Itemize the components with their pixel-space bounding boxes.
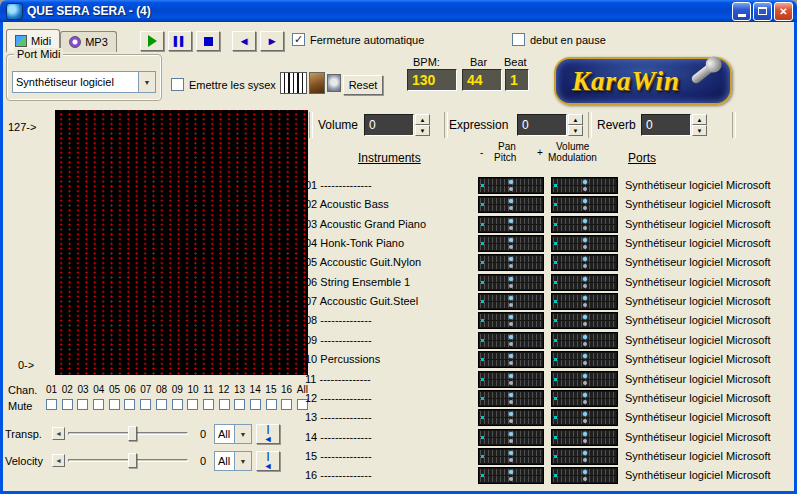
mute-checkbox-09[interactable]: [172, 399, 183, 410]
pan-thumb[interactable]: [509, 219, 513, 223]
pan-pitch-slider[interactable]: [478, 409, 544, 426]
modulation-thumb[interactable]: [583, 477, 587, 481]
mute-checkbox-06[interactable]: [124, 399, 135, 410]
pause-button[interactable]: ▌▌: [168, 31, 192, 51]
volume-modulation-slider[interactable]: [551, 351, 618, 368]
pan-thumb[interactable]: [509, 393, 513, 397]
pitch-thumb[interactable]: [509, 264, 513, 268]
pitch-thumb[interactable]: [509, 419, 513, 423]
volume-thumb[interactable]: [583, 296, 587, 300]
volume-modulation-slider[interactable]: [551, 177, 618, 194]
mute-checkbox-16[interactable]: [281, 399, 292, 410]
pitch-thumb[interactable]: [509, 361, 513, 365]
pitch-thumb[interactable]: [509, 206, 513, 210]
mute-checkbox-01[interactable]: [46, 399, 57, 410]
volume-thumb[interactable]: [583, 470, 587, 474]
minimize-button[interactable]: [732, 2, 751, 21]
reset-button[interactable]: Reset: [343, 75, 383, 95]
volume-modulation-slider[interactable]: [551, 196, 618, 213]
volume-modulation-slider[interactable]: [551, 312, 618, 329]
volume-thumb[interactable]: [583, 393, 587, 397]
modulation-thumb[interactable]: [583, 187, 587, 191]
modulation-thumb[interactable]: [583, 419, 587, 423]
pan-pitch-slider[interactable]: [478, 177, 544, 194]
volume-modulation-slider[interactable]: [551, 409, 618, 426]
velocity-slider[interactable]: ◄: [52, 452, 190, 469]
volume-spin-down-icon[interactable]: ▼: [415, 125, 430, 136]
pan-pitch-slider[interactable]: [478, 332, 544, 349]
pan-thumb[interactable]: [509, 257, 513, 261]
pan-pitch-slider[interactable]: [478, 312, 544, 329]
play-button[interactable]: [140, 31, 164, 51]
modulation-thumb[interactable]: [583, 342, 587, 346]
pan-thumb[interactable]: [509, 238, 513, 242]
volume-thumb[interactable]: [583, 374, 587, 378]
modulation-thumb[interactable]: [583, 400, 587, 404]
volume-thumb[interactable]: [583, 257, 587, 261]
pitch-thumb[interactable]: [509, 303, 513, 307]
pan-pitch-slider[interactable]: [478, 467, 544, 484]
modulation-thumb[interactable]: [583, 322, 587, 326]
volume-thumb[interactable]: [583, 412, 587, 416]
pan-pitch-slider[interactable]: [478, 196, 544, 213]
pitch-thumb[interactable]: [509, 458, 513, 462]
tab-mp3[interactable]: MP3: [60, 31, 117, 52]
volume-modulation-slider[interactable]: [551, 390, 618, 407]
next-button[interactable]: ►: [260, 31, 284, 51]
sysex-box[interactable]: [171, 78, 184, 91]
pan-thumb[interactable]: [509, 315, 513, 319]
modulation-thumb[interactable]: [583, 381, 587, 385]
modulation-thumb[interactable]: [583, 206, 587, 210]
volume-thumb[interactable]: [583, 432, 587, 436]
pan-thumb[interactable]: [509, 451, 513, 455]
volume-thumb[interactable]: [583, 238, 587, 242]
stop-button[interactable]: [196, 31, 220, 51]
start-paused-box[interactable]: [512, 33, 525, 46]
pitch-thumb[interactable]: [509, 381, 513, 385]
modulation-thumb[interactable]: [583, 284, 587, 288]
modulation-thumb[interactable]: [583, 264, 587, 268]
volume-thumb[interactable]: [583, 354, 587, 358]
start-paused-checkbox[interactable]: debut en pause: [512, 33, 606, 46]
instrument-icon[interactable]: [309, 72, 325, 94]
transpose-channel-select[interactable]: All ▼: [214, 424, 252, 444]
velocity-slider-thumb[interactable]: [128, 453, 137, 468]
pan-pitch-slider[interactable]: [478, 293, 544, 310]
pan-thumb[interactable]: [509, 296, 513, 300]
pitch-thumb[interactable]: [509, 187, 513, 191]
modulation-thumb[interactable]: [583, 226, 587, 230]
expression-spin-up-icon[interactable]: ▲: [568, 114, 583, 125]
volume-modulation-slider[interactable]: [551, 332, 618, 349]
mute-checkbox-08[interactable]: [156, 399, 167, 410]
volume-modulation-slider[interactable]: [551, 371, 618, 388]
expression-spin-down-icon[interactable]: ▼: [568, 125, 583, 136]
pan-thumb[interactable]: [509, 470, 513, 474]
mute-checkbox-04[interactable]: [93, 399, 104, 410]
volume-modulation-slider[interactable]: [551, 293, 618, 310]
pitch-thumb[interactable]: [509, 226, 513, 230]
mute-checkbox-15[interactable]: [266, 399, 277, 410]
mute-checkbox-13[interactable]: [234, 399, 245, 410]
close-button[interactable]: ✕: [774, 2, 793, 21]
transpose-slider-left-icon[interactable]: ◄: [52, 427, 65, 440]
mute-checkbox-05[interactable]: [109, 399, 120, 410]
maximize-button[interactable]: [753, 2, 772, 21]
transpose-slider-thumb[interactable]: [128, 426, 137, 441]
volume-thumb[interactable]: [583, 219, 587, 223]
port-midi-select[interactable]: Synthétiseur logiciel ▼: [12, 71, 156, 93]
volume-modulation-slider[interactable]: [551, 274, 618, 291]
auto-close-checkbox[interactable]: ✓ Fermeture automatique: [292, 33, 424, 46]
mute-checkbox-11[interactable]: [203, 399, 214, 410]
pan-pitch-slider[interactable]: [478, 235, 544, 252]
mute-checkbox-07[interactable]: [140, 399, 151, 410]
mute-checkbox-14[interactable]: [250, 399, 261, 410]
volume-modulation-slider[interactable]: [551, 235, 618, 252]
pitch-thumb[interactable]: [509, 342, 513, 346]
mute-checkbox-10[interactable]: [187, 399, 198, 410]
velocity-slider-left-icon[interactable]: ◄: [52, 454, 65, 467]
modulation-thumb[interactable]: [583, 439, 587, 443]
pan-thumb[interactable]: [509, 199, 513, 203]
mute-checkbox-03[interactable]: [77, 399, 88, 410]
pan-thumb[interactable]: [509, 180, 513, 184]
reverb-spin-down-icon[interactable]: ▼: [692, 125, 707, 136]
